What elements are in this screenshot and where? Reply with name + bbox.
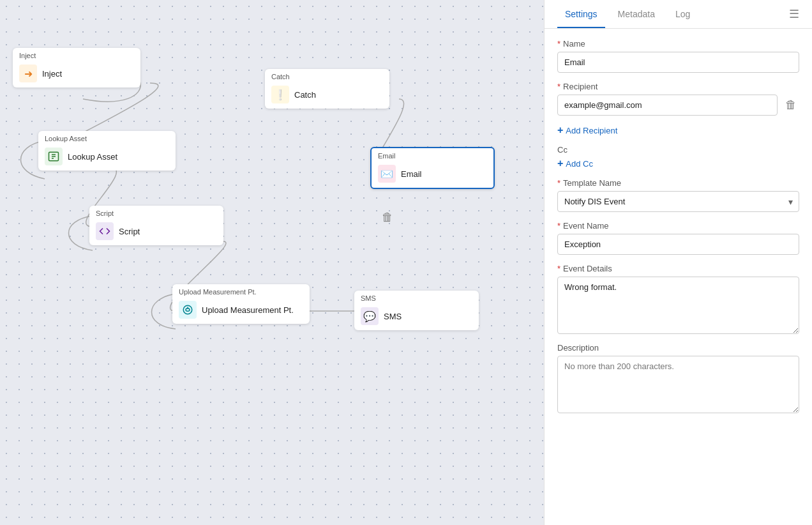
event-name-input[interactable]	[557, 234, 799, 255]
add-cc-button[interactable]: + Add Cc	[557, 158, 799, 169]
template-name-select[interactable]: Notify DIS Event Template 2 Template 3	[557, 191, 799, 212]
upload-icon	[179, 301, 197, 319]
catch-icon: ❕	[271, 86, 289, 103]
lookup-icon	[45, 148, 63, 165]
description-field-group: Description	[557, 343, 799, 413]
event-details-label: *Event Details	[557, 264, 799, 273]
inject-node-title: Inject	[13, 48, 140, 61]
delete-recipient-button[interactable]: 🗑	[783, 96, 799, 114]
name-field-group: *Name	[557, 39, 799, 73]
script-node-label: Script	[119, 227, 140, 236]
tab-metadata[interactable]: Metadata	[610, 0, 663, 28]
template-name-select-wrapper: Notify DIS Event Template 2 Template 3 ▾	[557, 191, 799, 212]
script-icon	[96, 222, 114, 240]
name-input[interactable]	[557, 52, 799, 73]
description-textarea[interactable]	[557, 356, 799, 413]
email-node-title: Email	[372, 148, 493, 161]
email-node-label: Email	[401, 169, 422, 179]
event-details-textarea[interactable]: Wrong format.	[557, 277, 799, 334]
description-label: Description	[557, 343, 799, 353]
right-panel: Settings Metadata Log ☰ *Name *Recipient…	[544, 0, 812, 525]
recipient-field-group: *Recipient 🗑	[557, 82, 799, 116]
script-node[interactable]: Script Script	[89, 206, 223, 245]
svg-point-4	[183, 305, 192, 314]
sms-node-title: SMS	[354, 291, 479, 303]
event-name-label: *Event Name	[557, 221, 799, 231]
recipient-input[interactable]	[557, 95, 778, 116]
inject-node-label: Inject	[42, 69, 62, 79]
template-name-field-group: *Template Name Notify DIS Event Template…	[557, 178, 799, 212]
script-node-title: Script	[89, 206, 223, 218]
add-recipient-button[interactable]: + Add Recipient	[557, 125, 799, 136]
upload-node-label: Upload Measurement Pt.	[202, 305, 294, 315]
upload-node[interactable]: Upload Measurement Pt. Upload Measuremen…	[172, 284, 310, 324]
template-name-label: *Template Name	[557, 178, 799, 188]
name-label: *Name	[557, 39, 799, 49]
inject-icon: ➜	[19, 65, 37, 82]
lookup-asset-node[interactable]: Lookup Asset Lookup Asset	[38, 131, 176, 171]
canvas: Inject ➜ Inject Catch ❕ Catch Lookup Ass…	[0, 0, 544, 525]
delete-email-node-button[interactable]: 🗑	[378, 208, 397, 227]
lookup-asset-node-title: Lookup Asset	[38, 131, 176, 144]
sms-icon: 💬	[361, 307, 379, 325]
email-icon: ✉️	[378, 165, 396, 183]
recipient-label: *Recipient	[557, 82, 799, 91]
panel-tabs: Settings Metadata Log ☰	[545, 0, 812, 29]
catch-node[interactable]: Catch ❕ Catch	[265, 69, 389, 109]
menu-icon[interactable]: ☰	[789, 7, 799, 21]
tab-settings[interactable]: Settings	[557, 0, 605, 28]
add-cc-plus-icon: +	[557, 158, 563, 169]
inject-node[interactable]: Inject ➜ Inject	[13, 48, 140, 88]
catch-node-title: Catch	[265, 69, 389, 82]
catch-node-label: Catch	[294, 90, 316, 100]
event-details-field-group: *Event Details Wrong format.	[557, 264, 799, 334]
upload-node-title: Upload Measurement Pt.	[172, 284, 310, 297]
trash-icon: 🗑	[382, 211, 393, 224]
cc-label: Cc	[557, 145, 799, 155]
recipient-row: 🗑	[557, 95, 799, 116]
cc-field-group: Cc + Add Cc	[557, 145, 799, 169]
tab-log[interactable]: Log	[668, 0, 698, 28]
event-name-field-group: *Event Name	[557, 221, 799, 255]
panel-content: *Name *Recipient 🗑 + Add Recipient Cc + …	[545, 29, 812, 423]
sms-node-label: SMS	[384, 312, 402, 321]
email-node[interactable]: Email ✉️ Email	[370, 147, 495, 189]
sms-node[interactable]: SMS 💬 SMS	[354, 291, 479, 330]
lookup-asset-node-label: Lookup Asset	[68, 152, 117, 162]
plus-icon: +	[557, 125, 563, 136]
